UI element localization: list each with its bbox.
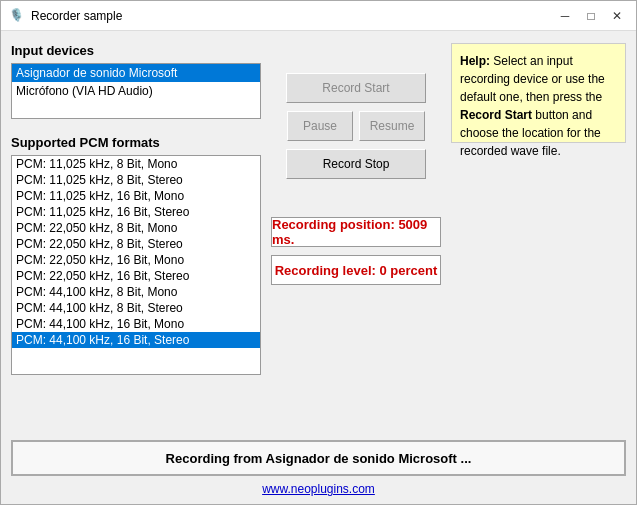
neoplugins-link[interactable]: www.neoplugins.com bbox=[262, 482, 375, 496]
device-item-1[interactable]: Micrófono (VIA HD Audio) bbox=[12, 82, 260, 100]
title-bar-left: 🎙️ Recorder sample bbox=[9, 8, 122, 24]
format-item-9[interactable]: PCM: 44,100 kHz, 8 Bit, Stereo bbox=[12, 300, 260, 316]
format-item-1[interactable]: PCM: 11,025 kHz, 8 Bit, Stereo bbox=[12, 172, 260, 188]
pause-button[interactable]: Pause bbox=[287, 111, 353, 141]
close-button[interactable]: ✕ bbox=[606, 5, 628, 27]
format-item-5[interactable]: PCM: 22,050 kHz, 8 Bit, Stereo bbox=[12, 236, 260, 252]
content-area: Input devices Asignador de sonido Micros… bbox=[1, 31, 636, 504]
input-devices-label: Input devices bbox=[11, 43, 261, 58]
formats-label: Supported PCM formats bbox=[11, 135, 261, 150]
left-panel: Input devices Asignador de sonido Micros… bbox=[11, 43, 261, 432]
title-bar-controls: ─ □ ✕ bbox=[554, 5, 628, 27]
help-panel: Help: Select an input recording device o… bbox=[451, 43, 626, 143]
main-window: 🎙️ Recorder sample ─ □ ✕ Input devices A… bbox=[0, 0, 637, 505]
recording-level-text: Recording level: 0 percent bbox=[275, 263, 438, 278]
help-text: Help: Select an input recording device o… bbox=[460, 54, 605, 158]
middle-panel: Record Start Pause Resume Record Stop Re… bbox=[271, 73, 441, 432]
format-item-4[interactable]: PCM: 22,050 kHz, 8 Bit, Mono bbox=[12, 220, 260, 236]
resume-button[interactable]: Resume bbox=[359, 111, 425, 141]
pause-resume-row: Pause Resume bbox=[287, 111, 425, 141]
formats-list[interactable]: PCM: 11,025 kHz, 8 Bit, Mono PCM: 11,025… bbox=[11, 155, 261, 375]
status-boxes: Recording position: 5009 ms. Recording l… bbox=[271, 217, 441, 285]
format-item-3[interactable]: PCM: 11,025 kHz, 16 Bit, Stereo bbox=[12, 204, 260, 220]
app-icon: 🎙️ bbox=[9, 8, 25, 24]
footer: www.neoplugins.com bbox=[11, 482, 626, 496]
minimize-button[interactable]: ─ bbox=[554, 5, 576, 27]
maximize-button[interactable]: □ bbox=[580, 5, 602, 27]
device-item-0[interactable]: Asignador de sonido Microsoft bbox=[12, 64, 260, 82]
format-item-11[interactable]: PCM: 44,100 kHz, 16 Bit, Stereo bbox=[12, 332, 260, 348]
bottom-status-text: Recording from Asignador de sonido Micro… bbox=[166, 451, 472, 466]
format-item-0[interactable]: PCM: 11,025 kHz, 8 Bit, Mono bbox=[12, 156, 260, 172]
format-item-7[interactable]: PCM: 22,050 kHz, 16 Bit, Stereo bbox=[12, 268, 260, 284]
title-bar: 🎙️ Recorder sample ─ □ ✕ bbox=[1, 1, 636, 31]
recording-level-box: Recording level: 0 percent bbox=[271, 255, 441, 285]
format-item-2[interactable]: PCM: 11,025 kHz, 16 Bit, Mono bbox=[12, 188, 260, 204]
window-title: Recorder sample bbox=[31, 9, 122, 23]
recording-position-box: Recording position: 5009 ms. bbox=[271, 217, 441, 247]
device-list[interactable]: Asignador de sonido Microsoft Micrófono … bbox=[11, 63, 261, 119]
record-stop-button[interactable]: Record Stop bbox=[286, 149, 426, 179]
recording-position-text: Recording position: 5009 ms. bbox=[272, 217, 440, 247]
main-area: Input devices Asignador de sonido Micros… bbox=[11, 43, 626, 432]
record-start-button[interactable]: Record Start bbox=[286, 73, 426, 103]
bottom-status-bar: Recording from Asignador de sonido Micro… bbox=[11, 440, 626, 476]
format-item-8[interactable]: PCM: 44,100 kHz, 8 Bit, Mono bbox=[12, 284, 260, 300]
format-item-6[interactable]: PCM: 22,050 kHz, 16 Bit, Mono bbox=[12, 252, 260, 268]
format-item-10[interactable]: PCM: 44,100 kHz, 16 Bit, Mono bbox=[12, 316, 260, 332]
